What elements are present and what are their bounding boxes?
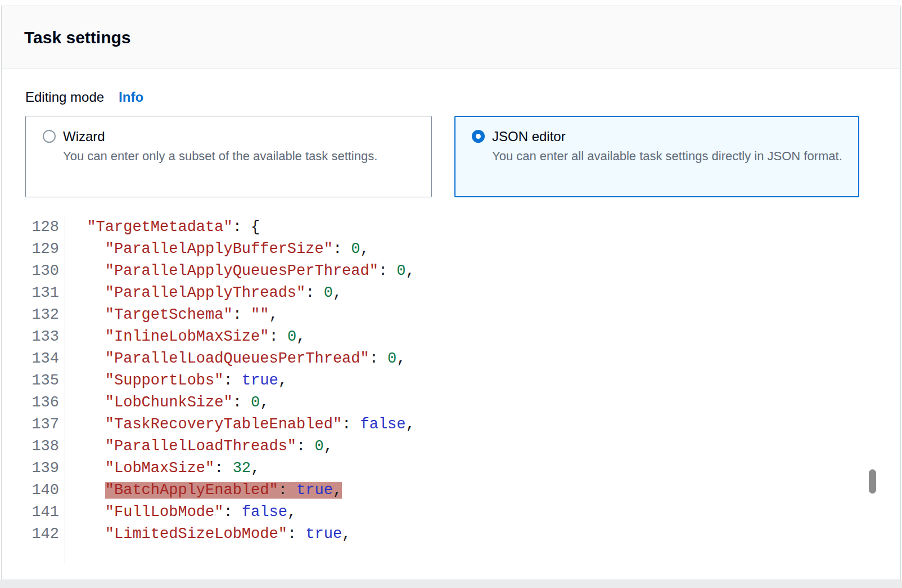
token-n: 0 bbox=[324, 284, 333, 301]
code-text: "LobMaxSize": 32, bbox=[65, 458, 878, 480]
token-p: , bbox=[287, 504, 296, 521]
indent bbox=[69, 416, 105, 433]
token-k: "LobMaxSize" bbox=[105, 460, 214, 477]
code-line[interactable]: 128 "TargetMetadata": { bbox=[25, 216, 878, 238]
gutter-separator bbox=[65, 216, 65, 564]
token-p: : bbox=[278, 482, 296, 499]
token-k: "FullLobMode" bbox=[105, 504, 224, 521]
token-p: : bbox=[342, 416, 360, 433]
token-p: : bbox=[333, 241, 351, 257]
code-line[interactable]: 142 "LimitedSizeLobMode": true, bbox=[25, 523, 878, 545]
indent bbox=[69, 394, 105, 411]
token-p: : bbox=[287, 526, 305, 542]
token-p: , bbox=[260, 394, 269, 411]
token-p: , bbox=[406, 416, 415, 433]
token-k: "ParallelLoadQueuesPerThread" bbox=[105, 350, 369, 367]
tile-json-editor[interactable]: JSON editor You can enter all available … bbox=[454, 116, 859, 197]
code-text: "FullLobMode": false, bbox=[65, 501, 878, 523]
token-p: , bbox=[278, 372, 287, 389]
line-number: 128 bbox=[25, 216, 65, 238]
token-p: : bbox=[305, 284, 323, 301]
highlighted-code: "BatchApplyEnabled": true, bbox=[105, 482, 342, 499]
code-text: "ParallelApplyThreads": 0, bbox=[65, 282, 878, 304]
token-n: 0 bbox=[387, 350, 396, 367]
line-number: 129 bbox=[25, 238, 65, 260]
code-text: "TaskRecoveryTableEnabled": false, bbox=[65, 414, 878, 436]
code-line[interactable]: 134 "ParallelLoadQueuesPerThread": 0, bbox=[25, 348, 878, 370]
page-title: Task settings bbox=[24, 28, 878, 48]
token-k: "BatchApplyEnabled" bbox=[105, 482, 278, 499]
line-number: 136 bbox=[25, 392, 65, 414]
code-text: "TargetMetadata": { bbox=[65, 216, 878, 238]
token-p: : bbox=[378, 263, 396, 279]
token-k: "TargetMetadata" bbox=[87, 219, 232, 236]
line-number: 141 bbox=[25, 501, 65, 523]
scrollbar-thumb[interactable] bbox=[869, 469, 876, 494]
info-link[interactable]: Info bbox=[119, 89, 143, 105]
task-settings-container: Task settings Editing modeInfo Wizard Yo… bbox=[1, 6, 901, 580]
token-p: , bbox=[342, 526, 351, 542]
code-text: "LimitedSizeLobMode": true, bbox=[65, 523, 878, 545]
indent bbox=[69, 504, 105, 521]
code-text: "TargetSchema": "", bbox=[65, 304, 878, 326]
token-k: "ParallelApplyThreads" bbox=[105, 284, 305, 301]
token-p: : bbox=[369, 350, 387, 367]
container-header: Task settings bbox=[2, 6, 900, 69]
indent bbox=[69, 241, 105, 257]
code-line[interactable]: 130 "ParallelApplyQueuesPerThread": 0, bbox=[25, 260, 878, 282]
code-line[interactable]: 138 "ParallelLoadThreads": 0, bbox=[25, 436, 878, 458]
line-number: 130 bbox=[25, 260, 65, 282]
json-editor-tile-text: JSON editor You can enter all available … bbox=[492, 129, 847, 165]
line-number: 135 bbox=[25, 370, 65, 392]
code-lines: 128 "TargetMetadata": {129 "ParallelAppl… bbox=[25, 216, 878, 545]
token-n: 0 bbox=[314, 438, 323, 455]
token-b: false bbox=[360, 416, 406, 433]
code-line[interactable]: 129 "ParallelApplyBufferSize": 0, bbox=[25, 238, 878, 260]
page-bottom-strip bbox=[0, 580, 902, 588]
editing-mode-tiles: Wizard You can enter only a subset of th… bbox=[25, 116, 878, 197]
code-line[interactable]: 136 "LobChunkSize": 0, bbox=[25, 392, 878, 414]
code-text: "ParallelApplyQueuesPerThread": 0, bbox=[65, 260, 878, 282]
token-s: "" bbox=[251, 306, 269, 323]
wizard-radio-button[interactable] bbox=[43, 130, 56, 143]
code-line[interactable]: 135 "SupportLobs": true, bbox=[25, 370, 878, 392]
token-p: : bbox=[214, 460, 232, 477]
token-p: , bbox=[333, 284, 342, 301]
indent bbox=[69, 460, 105, 477]
code-line[interactable]: 139 "LobMaxSize": 32, bbox=[25, 458, 878, 480]
code-line[interactable]: 140 "BatchApplyEnabled": true, bbox=[25, 480, 878, 501]
indent bbox=[69, 372, 105, 389]
code-line[interactable]: 141 "FullLobMode": false, bbox=[25, 501, 878, 523]
code-text: "ParallelApplyBufferSize": 0, bbox=[65, 238, 878, 260]
line-number: 139 bbox=[25, 458, 65, 480]
token-n: 0 bbox=[351, 241, 360, 257]
editing-mode-row: Editing modeInfo bbox=[25, 89, 878, 106]
token-k: "TaskRecoveryTableEnabled" bbox=[105, 416, 342, 433]
code-line[interactable]: 137 "TaskRecoveryTableEnabled": false, bbox=[25, 414, 878, 436]
line-number: 133 bbox=[25, 326, 65, 348]
token-n: 32 bbox=[233, 460, 251, 477]
wizard-title: Wizard bbox=[63, 129, 420, 144]
json-editor-title: JSON editor bbox=[492, 129, 847, 144]
line-number: 140 bbox=[25, 480, 65, 501]
indent bbox=[69, 350, 105, 367]
indent bbox=[69, 328, 105, 345]
json-editor-radio-button[interactable] bbox=[472, 130, 485, 143]
json-code-editor[interactable]: 128 "TargetMetadata": {129 "ParallelAppl… bbox=[25, 216, 878, 564]
token-p: , bbox=[324, 438, 333, 455]
token-k: "TargetSchema" bbox=[105, 306, 233, 323]
tile-wizard[interactable]: Wizard You can enter only a subset of th… bbox=[25, 116, 432, 197]
code-line[interactable]: 133 "InlineLobMaxSize": 0, bbox=[25, 326, 878, 348]
indent bbox=[69, 284, 105, 301]
line-number: 134 bbox=[25, 348, 65, 370]
token-k: "LobChunkSize" bbox=[105, 394, 233, 411]
token-p: , bbox=[333, 482, 342, 499]
token-b: true bbox=[305, 526, 342, 542]
json-editor-description: You can enter all available task setting… bbox=[492, 148, 847, 165]
code-line[interactable]: 132 "TargetSchema": "", bbox=[25, 304, 878, 326]
code-line[interactable]: 131 "ParallelApplyThreads": 0, bbox=[25, 282, 878, 304]
token-n: 0 bbox=[251, 394, 260, 411]
token-p: , bbox=[269, 306, 278, 323]
token-p: : bbox=[296, 438, 314, 455]
token-p: , bbox=[251, 460, 260, 477]
